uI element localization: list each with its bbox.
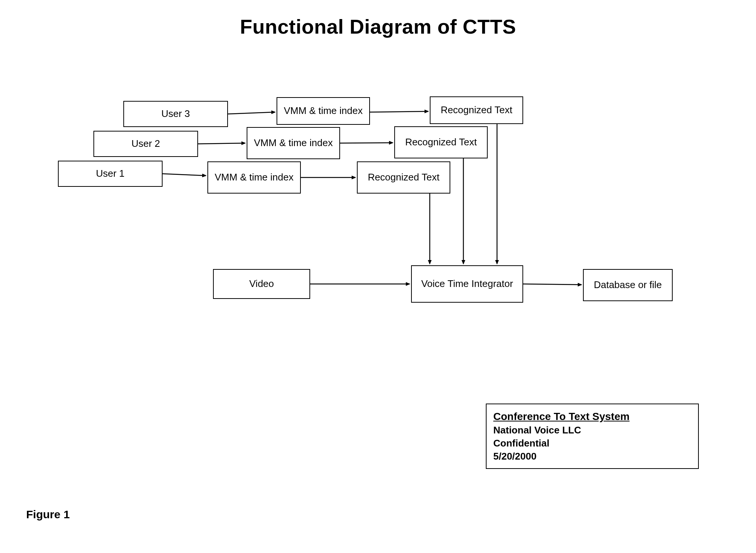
legend-org: National Voice LLC bbox=[493, 424, 691, 437]
svg-line-4 bbox=[163, 174, 206, 176]
figure-label: Figure 1 bbox=[26, 508, 70, 521]
legend-box: Conference To Text System National Voice… bbox=[486, 404, 699, 469]
node-voice-time-integrator: Voice Time Integrator bbox=[411, 265, 523, 303]
node-vmm1: VMM & time index bbox=[207, 161, 301, 194]
node-rec1: Recognized Text bbox=[357, 161, 450, 194]
svg-line-0 bbox=[228, 112, 275, 114]
node-user2: User 2 bbox=[93, 131, 198, 157]
node-user3: User 3 bbox=[123, 101, 228, 127]
svg-line-2 bbox=[198, 143, 245, 144]
svg-line-10 bbox=[523, 284, 581, 285]
legend-confidential: Confidential bbox=[493, 437, 691, 450]
node-vmm2: VMM & time index bbox=[247, 127, 340, 159]
node-vmm3: VMM & time index bbox=[277, 97, 370, 125]
svg-line-1 bbox=[370, 111, 428, 112]
node-user1: User 1 bbox=[58, 161, 163, 187]
node-database: Database or file bbox=[583, 269, 673, 301]
node-rec3: Recognized Text bbox=[430, 96, 523, 124]
node-rec2: Recognized Text bbox=[394, 126, 488, 158]
diagram-title: Functional Diagram of CTTS bbox=[0, 15, 756, 38]
svg-line-3 bbox=[340, 143, 393, 143]
legend-date: 5/20/2000 bbox=[493, 450, 691, 463]
legend-title: Conference To Text System bbox=[493, 410, 691, 424]
node-video: Video bbox=[213, 269, 310, 299]
page-root: Functional Diagram of CTTS User 3 VMM & … bbox=[0, 0, 756, 553]
